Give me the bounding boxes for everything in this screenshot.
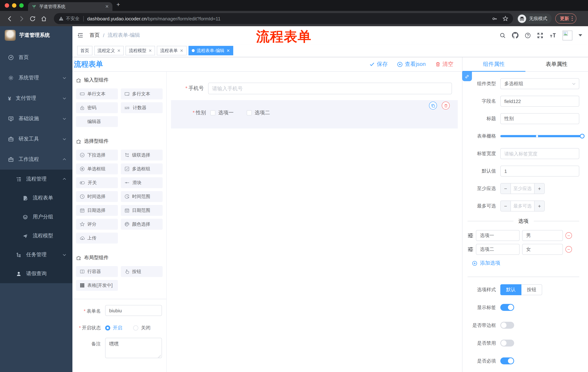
avatar-caret-icon[interactable] — [578, 34, 582, 36]
default-value-input[interactable] — [500, 166, 579, 177]
palette-item-slider[interactable]: 滑块 — [121, 177, 163, 188]
remark-textarea[interactable]: 嘿嘿 — [105, 338, 162, 358]
required-switch[interactable] — [500, 357, 514, 364]
home-icon[interactable] — [41, 15, 47, 22]
title-input[interactable] — [500, 113, 579, 124]
remove-option-button[interactable]: − — [566, 232, 572, 239]
tag-process-model[interactable]: 流程模型✕ — [126, 46, 155, 55]
font-size-icon[interactable] — [549, 32, 556, 38]
reload-icon[interactable] — [30, 15, 36, 22]
tag-process-definition[interactable]: 流程定义✕ — [94, 46, 124, 55]
zoom-window-button[interactable] — [19, 3, 24, 8]
palette-item-multi-text[interactable]: 多行文本 — [121, 88, 163, 99]
tab-form-props[interactable]: 表单属性 — [525, 57, 588, 71]
drag-handle-icon[interactable] — [468, 247, 473, 252]
show-label-switch[interactable] — [500, 304, 514, 311]
form-grid-slider[interactable] — [500, 131, 582, 142]
github-icon[interactable] — [512, 32, 518, 39]
palette-item-password[interactable]: 密码 — [76, 102, 118, 113]
phone-input[interactable] — [208, 83, 452, 94]
palette-item-cascader[interactable]: 级联选择 — [121, 149, 163, 160]
breadcrumb-home[interactable]: 首页 — [90, 32, 100, 39]
copy-field-button[interactable] — [429, 102, 437, 110]
view-json-button[interactable]: 查看json — [397, 61, 426, 68]
collapse-sidebar-icon[interactable] — [77, 32, 84, 39]
gender-option-2-checkbox[interactable]: 选项二 — [247, 110, 270, 116]
close-window-button[interactable] — [5, 3, 9, 8]
clear-button[interactable]: 清空 — [435, 61, 453, 68]
tag-close-icon[interactable]: ✕ — [227, 48, 230, 53]
palette-item-single-text[interactable]: 单行文本 — [76, 88, 118, 99]
tag-close-icon[interactable]: ✕ — [117, 48, 120, 53]
min-select-value[interactable]: 至少应选 — [511, 183, 534, 194]
sidebar-item-system[interactable]: 系统管理 — [0, 68, 73, 88]
disabled-switch[interactable] — [500, 340, 514, 347]
component-type-select[interactable] — [500, 78, 579, 89]
tag-process-form[interactable]: 流程表单✕ — [157, 46, 187, 55]
sidebar-item-process-mgmt[interactable]: 流程管理 — [0, 170, 73, 189]
status-on-radio[interactable]: 开启 — [105, 325, 122, 331]
sidebar-item-workflow[interactable]: 工作流程 — [0, 149, 73, 170]
plus-button[interactable]: + — [534, 183, 544, 194]
save-button[interactable]: 保存 — [369, 61, 388, 68]
palette-item-time-range[interactable]: 时间范围 — [121, 191, 163, 202]
security-label[interactable]: 不安全 — [66, 15, 80, 22]
minus-button[interactable]: − — [501, 183, 511, 194]
forward-icon[interactable] — [18, 15, 24, 22]
tab-close-icon[interactable]: ✕ — [105, 4, 109, 9]
palette-item-rate[interactable]: 评分 — [76, 219, 118, 230]
sidebar-item-task-mgmt[interactable]: 任务管理 — [0, 245, 73, 264]
max-select-value[interactable]: 最多可选 — [511, 201, 534, 211]
field-name-input[interactable] — [500, 96, 579, 107]
label-width-input[interactable] — [500, 148, 579, 159]
resize-grip[interactable] — [158, 355, 161, 358]
tag-process-form-edit[interactable]: 流程表单-编辑✕ — [188, 46, 233, 55]
palette-item-date-picker[interactable]: 日期选择 — [76, 205, 118, 216]
minus-button[interactable]: − — [501, 201, 511, 211]
option-label-input[interactable] — [476, 244, 520, 255]
palette-item-checkbox-group[interactable]: 多选框组 — [121, 163, 163, 174]
browser-tab[interactable]: 芋道管理系统 ✕ — [28, 2, 112, 11]
delete-field-button[interactable] — [442, 102, 450, 110]
option-label-input[interactable] — [476, 230, 520, 241]
resource-link-button[interactable] — [462, 72, 472, 81]
status-off-radio[interactable]: 关闭 — [133, 325, 150, 331]
palette-item-time-picker[interactable]: 时间选择 — [76, 191, 118, 202]
sidebar-item-home[interactable]: 首页 — [0, 47, 73, 68]
palette-item-radio-group[interactable]: 单选框组 — [76, 163, 118, 174]
canvas-field-gender-selected[interactable]: *性别 选项一 选项二 — [171, 100, 458, 128]
sidebar-item-devtools[interactable]: 研发工具 — [0, 129, 73, 149]
palette-item-table[interactable]: 表格[开发中] — [76, 280, 118, 291]
sidebar-item-leave-query[interactable]: 请假查询 — [0, 264, 73, 283]
option-value-input[interactable] — [522, 244, 563, 255]
option-value-input[interactable] — [522, 230, 563, 241]
remove-option-button[interactable]: − — [566, 246, 572, 253]
tag-home[interactable]: 首页 — [77, 46, 92, 55]
palette-item-date-range[interactable]: 日期范围 — [121, 205, 163, 216]
gender-option-1-checkbox[interactable]: 选项一 — [210, 110, 234, 116]
tag-close-icon[interactable]: ✕ — [148, 48, 152, 53]
palette-item-row-container[interactable]: 行容器 — [76, 266, 118, 277]
browser-menu-icon[interactable] — [572, 16, 573, 21]
help-icon[interactable] — [525, 32, 531, 38]
tag-close-icon[interactable]: ✕ — [180, 48, 183, 53]
palette-item-upload[interactable]: 上传 — [76, 233, 118, 244]
new-tab-button[interactable]: + — [116, 1, 120, 8]
avatar[interactable] — [563, 30, 572, 40]
palette-item-button[interactable]: 按钮 — [121, 266, 163, 277]
search-icon[interactable] — [500, 32, 506, 38]
sidebar-item-process-model[interactable]: 流程模型 — [0, 226, 73, 245]
style-button-button[interactable]: 按钮 — [521, 284, 542, 295]
palette-item-select[interactable]: 下拉选择 — [76, 149, 118, 160]
palette-item-color-picker[interactable]: 颜色选择 — [121, 219, 163, 230]
sidebar-logo[interactable]: 芋道管理系统 — [0, 26, 73, 44]
sidebar-item-payment[interactable]: ¥ 支付管理 — [0, 88, 73, 108]
fullscreen-icon[interactable] — [537, 32, 543, 38]
add-option-button[interactable]: 添加选项 — [472, 260, 579, 266]
form-name-input[interactable] — [105, 305, 162, 316]
canvas-field-phone[interactable]: *手机号 — [173, 83, 456, 94]
sidebar-item-infra[interactable]: 基础设施 — [0, 108, 73, 129]
password-key-icon[interactable] — [492, 16, 497, 21]
tab-component-props[interactable]: 组件属性 — [462, 57, 525, 71]
update-button[interactable]: 更新 — [555, 13, 576, 24]
